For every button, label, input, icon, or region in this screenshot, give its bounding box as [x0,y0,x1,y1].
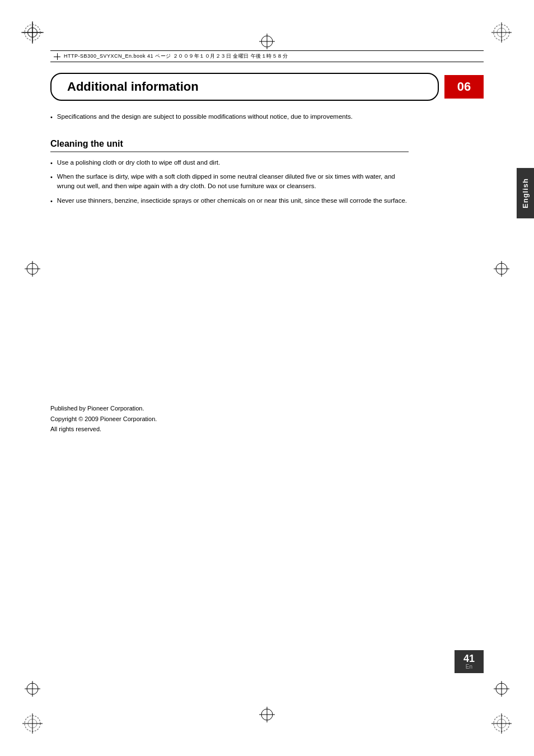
corner-reg-tr [490,21,513,44]
cleaning-bullet-1-text: Use a polishing cloth or dry cloth to wi… [57,158,409,167]
file-info-text: HTTP-SB300_SVYXCN_En.book 41 ページ ２００９年１０… [64,53,288,60]
english-tab-label: English [521,178,530,208]
chapter-badge: 06 [444,75,484,99]
mid-reg-right [490,258,513,280]
cleaning-heading: Cleaning the unit [50,139,409,152]
corner-reg-br [490,712,513,735]
page-number-badge: 41 En [455,650,484,673]
bottom-center-reg [259,707,275,722]
corner-reg-bl [21,712,44,735]
published-line3: All rights reserved. [50,424,157,435]
header-title-box: Additional information [50,73,439,101]
cleaning-bullet-1: • Use a polishing cloth or dry cloth to … [50,158,409,168]
header-section: Additional information 06 [50,73,484,101]
chapter-number: 06 [457,80,471,94]
published-line1: Published by Pioneer Corporation. [50,403,157,414]
cleaning-bullet-2-text: When the surface is dirty, wipe with a s… [57,172,409,192]
spec-bullet-item: • Specifications and the design are subj… [50,112,409,122]
file-info-crosshair-icon [54,53,60,60]
page-lang: En [466,664,472,670]
published-info: Published by Pioneer Corporation. Copyri… [50,403,157,435]
top-center-reg [259,34,275,49]
spec-bullet-section: • Specifications and the design are subj… [50,112,409,122]
bullet-icon: • [50,113,53,122]
mid-bottom-reg-left [21,678,44,700]
published-line2: Copyright © 2009 Pioneer Corporation. [50,414,157,424]
file-info-bar: HTTP-SB300_SVYXCN_En.book 41 ページ ２００９年１０… [50,50,484,62]
spiral-tl [21,21,44,44]
cleaning-bullet-3-text: Never use thinners, benzine, insecticide… [57,196,409,206]
page-title: Additional information [67,80,199,94]
english-tab: English [517,168,534,218]
cleaning-bullet-2: • When the surface is dirty, wipe with a… [50,172,409,192]
mid-bottom-reg-right [490,678,513,700]
page-number: 41 [463,654,475,664]
bullet-3-icon: • [50,197,53,206]
bullet-1-icon: • [50,158,53,168]
mid-reg-left [21,258,44,280]
spec-bullet-text: Specifications and the design are subjec… [57,112,409,122]
page: HTTP-SB300_SVYXCN_En.book 41 ページ ２００９年１０… [0,0,534,756]
main-content: • Specifications and the design are subj… [50,112,409,210]
cleaning-bullet-3: • Never use thinners, benzine, insectici… [50,196,409,206]
bullet-2-icon: • [50,172,53,182]
cleaning-section: Cleaning the unit • Use a polishing clot… [50,139,409,206]
